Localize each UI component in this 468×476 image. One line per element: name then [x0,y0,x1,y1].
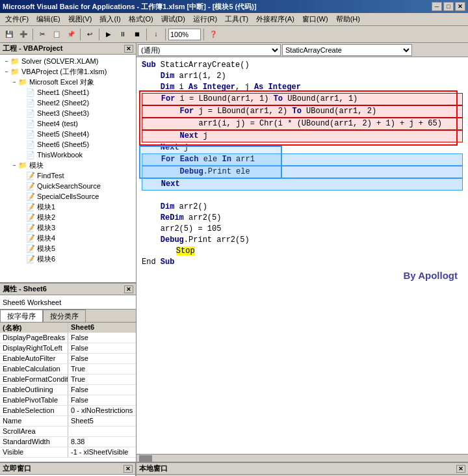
locals-title: 本地窗口 [139,464,168,473]
immediate-close[interactable]: ✕ [124,465,133,473]
toolbar-cut[interactable]: ✂ [36,28,49,41]
menu-item-E[interactable]: 编辑(E) [32,13,64,25]
watermark: By Apollogt [403,270,458,281]
project-panel-header: 工程 - VBAProject ✕ [0,43,136,55]
menu-item-D[interactable]: 调试(D) [157,13,189,25]
immediate-window: 立即窗口 ✕ ADBECF 105 [0,463,136,476]
toolbar-help[interactable]: ❓ [207,28,220,41]
code-line-8: For Each ele In arr1 [142,153,463,166]
tree-item-18[interactable]: 📝模块5 [1,243,135,254]
toolbar-sep-4 [146,29,147,40]
toolbar-sep-2 [80,29,81,40]
tree-item-11[interactable]: 📝FindTest [1,170,135,181]
maximize-button[interactable]: □ [443,2,454,11]
props-row-5: EnableFormatConditionsTrue [0,375,136,385]
tree-item-17[interactable]: 📝模块4 [1,233,135,243]
props-row-11: StandardWidth8.38 [0,437,136,447]
tree-item-13[interactable]: 📝SpecialCellsSource [1,191,135,202]
minimize-button[interactable]: ─ [432,2,442,11]
props-val-11: 8.38 [68,437,136,447]
props-row-9: NameSheet5 [0,416,136,427]
properties-panel: 属性 - Sheet6 ✕ Sheet6 Worksheet 按字母序按分类序 … [0,284,136,462]
tree-item-15[interactable]: 📝模块2 [1,212,135,222]
props-row-7: EnablePivotTableFalse [0,395,136,406]
props-key-7: EnablePivotTable [0,395,68,405]
tree-item-14[interactable]: 📝模块1 [1,202,135,212]
tree-item-1[interactable]: −📁VBAProject (工作簿1.xlsm) [1,66,135,77]
proc-dropdown[interactable]: StaticArrayCreate [282,44,412,56]
zoom-input[interactable]: 100% [168,29,201,40]
code-scrollbar[interactable] [136,454,468,462]
toolbar-run[interactable]: ▶ [102,28,115,41]
locals-window-header: 本地窗口 ✕ [136,463,468,475]
toolbar-copy[interactable]: 📋 [50,28,63,41]
props-val-7: False [68,395,136,405]
code-line-6: Next j [142,130,463,142]
props-key-11: StandardWidth [0,437,68,447]
toolbar-sep-1 [32,29,33,40]
toolbar-step[interactable]: ↓ [150,28,162,41]
toolbar-btn-1[interactable]: 💾 [3,28,16,41]
props-val-2: False [68,343,136,353]
code-line-11 [142,191,463,202]
tree-item-8[interactable]: 📄Sheet6 (Sheet5) [1,139,135,150]
tree-item-19[interactable]: 📝模块6 [1,254,135,264]
stop-word: Stop [176,246,195,256]
menu-item-H[interactable]: 帮助(H) [332,13,364,25]
tree-item-7[interactable]: 📄Sheet5 (Sheet4) [1,129,135,139]
props-row-10: ScrollArea [0,427,136,437]
project-panel-close[interactable]: ✕ [124,45,133,53]
toolbar-sep-5 [165,29,166,40]
properties-object[interactable]: Sheet6 Worksheet [0,295,136,310]
properties-close[interactable]: ✕ [124,285,133,293]
project-panel: 工程 - VBAProject ✕ −📁Solver (SOLVER.XLAM)… [0,43,136,284]
menu-item-V[interactable]: 视图(V) [64,13,96,25]
object-dropdown[interactable]: (通用) [138,44,281,56]
menu-item-O[interactable]: 格式(O) [125,13,157,25]
tree-item-12[interactable]: 📝QuickSearchSource [1,181,135,191]
toolbar-paste[interactable]: 📌 [64,28,77,41]
main-container: 工程 - VBAProject ✕ −📁Solver (SOLVER.XLAM)… [0,43,468,462]
menu-item-I[interactable]: 插入(I) [96,13,124,25]
props-row-1: DisplayPageBreaksFalse [0,333,136,343]
locals-close[interactable]: ✕ [456,465,465,473]
menu-item-T[interactable]: 工具(T) [221,13,252,25]
menu-item-R[interactable]: 运行(R) [189,13,221,25]
props-key-0: (名称) [0,323,68,332]
properties-title-text: 属性 - Sheet6 [3,284,47,294]
props-tab-0[interactable]: 按字母序 [0,310,43,322]
bottom-section: 立即窗口 ✕ ADBECF 105 本地窗口 ✕ VBAProject 模块5.… [0,462,468,476]
code-line-3: For i = LBound(arr1, 1) To UBound(arr1, … [142,93,463,105]
toolbar-pause[interactable]: ⏸ [116,28,129,41]
window-controls: ─ □ ✕ [432,2,465,11]
tree-item-10[interactable]: −📁模块 [1,160,135,170]
props-row-3: EnableAutoFilterFalse [0,354,136,364]
toolbar-btn-2[interactable]: ➕ [17,28,30,41]
code-line-15: Debug.Print arr2(5) [142,235,463,246]
props-tab-1[interactable]: 按分类序 [43,310,86,322]
title-text: Microsoft Visual Basic for Applications … [3,2,257,12]
tree-item-16[interactable]: 📝模块3 [1,222,135,233]
props-val-10 [68,427,136,436]
code-line-14: arr2(5) = 105 [142,224,463,235]
toolbar-undo[interactable]: ↩ [83,28,96,41]
tree-item-5[interactable]: 📄Sheet3 (Sheet3) [1,108,135,118]
tree-item-6[interactable]: 📄Sheet4 (test) [1,118,135,129]
props-val-12: -1 - xlSheetVisible [68,447,136,457]
menu-item-A[interactable]: 外接程序(A) [252,13,298,25]
tree-item-0[interactable]: −📁Solver (SOLVER.XLAM) [1,56,135,66]
code-editor[interactable]: Sub StaticArrayCreate() Dim arr1(1, 2) D… [136,57,468,454]
menu-item-W[interactable]: 窗口(W) [298,13,332,25]
code-line-7: Next j [142,142,463,153]
properties-tabs: 按字母序按分类序 [0,310,136,323]
tree-item-3[interactable]: 📄Sheet1 (Sheet1) [1,87,135,98]
code-line-16: Stop [142,246,463,257]
tree-item-4[interactable]: 📄Sheet2 (Sheet2) [1,98,135,108]
tree-item-2[interactable]: −📁Microsoft Excel 对象 [1,77,135,87]
toolbar-stop[interactable]: ⏹ [131,28,144,41]
menu-item-F[interactable]: 文件(F) [1,13,32,25]
tree-item-9[interactable]: 📄ThisWorkbook [1,150,135,160]
close-button[interactable]: ✕ [455,2,465,11]
project-tree[interactable]: −📁Solver (SOLVER.XLAM)−📁VBAProject (工作簿1… [0,55,136,282]
props-key-4: EnableCalculation [0,364,68,374]
